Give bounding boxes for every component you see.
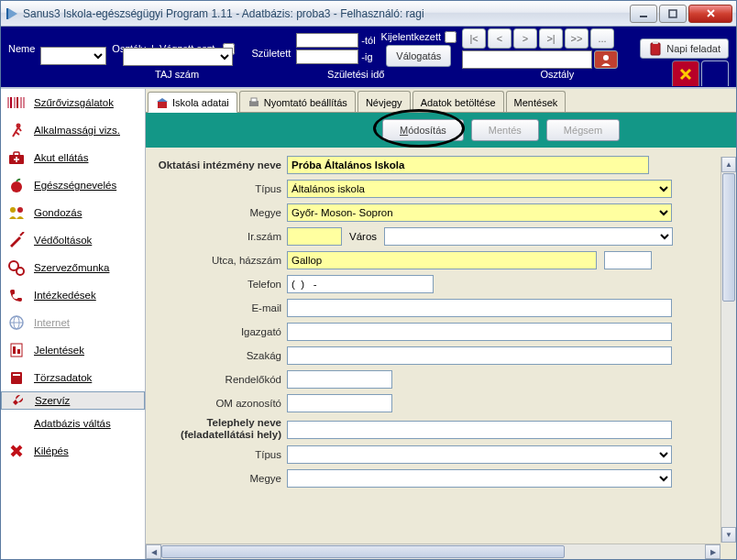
exit-icon	[6, 443, 27, 459]
user-icon-button[interactable]	[594, 50, 618, 69]
sidebar: Szűrővizsgálatok Alkalmassági vizs. Akut…	[1, 89, 146, 559]
osztaly-select[interactable]	[123, 48, 233, 66]
omaz-input[interactable]	[287, 394, 392, 412]
utca-label: Utca, házszám	[149, 255, 287, 266]
blank-tab-button[interactable]	[701, 60, 729, 86]
body-area: Szűrővizsgálatok Alkalmassági vizs. Akut…	[1, 87, 736, 559]
mentes-button[interactable]: Mentés	[471, 119, 539, 141]
rendkod-input[interactable]	[287, 370, 392, 389]
sidebar-item-gondozas[interactable]: Gondozás	[1, 199, 145, 226]
sidebar-item-alkalmassagi[interactable]: Alkalmassági vizs.	[1, 116, 145, 144]
szuletett-label: Született	[251, 48, 291, 59]
hscroll-thumb[interactable]	[161, 545, 565, 558]
sidebar-label: Intézkedések	[34, 290, 96, 301]
sidebar-item-torzsadatok[interactable]: Törzsadatok	[1, 364, 145, 391]
gears-icon	[6, 259, 27, 276]
nav-next-button[interactable]: >	[513, 28, 537, 49]
minimize-button[interactable]	[630, 5, 657, 23]
utca-input[interactable]	[287, 251, 597, 269]
date-to-input[interactable]	[296, 49, 358, 64]
daily-task-button[interactable]: Napi feladat	[640, 38, 729, 59]
scroll-left-arrow[interactable]: ◀	[146, 544, 161, 559]
szulido-label: Születési idő	[327, 69, 384, 85]
tipus-select[interactable]: Általános iskola	[287, 180, 672, 198]
wrench-icon	[7, 392, 28, 409]
neme-label: Neme	[8, 43, 35, 54]
sidebar-item-szerviz[interactable]: Szervíz	[1, 391, 145, 410]
telefon-input[interactable]	[287, 275, 434, 293]
sidebar-label: Törzsadatok	[34, 372, 92, 383]
nav-first-button[interactable]: |<	[462, 28, 486, 49]
scroll-up-arrow[interactable]: ▲	[721, 157, 736, 172]
modositas-button[interactable]: Módosítás	[382, 119, 464, 141]
telefon-label: Telefon	[149, 279, 287, 290]
tab-iskola-adatai[interactable]: Iskola adatai	[148, 92, 237, 113]
megye-select[interactable]: Győr- Moson- Sopron	[287, 203, 672, 222]
tab-mentesek[interactable]: Mentések	[506, 91, 566, 112]
svg-rect-25	[13, 346, 16, 354]
kijelentkezett-checkbox[interactable]	[445, 31, 456, 43]
megsem-button[interactable]: Mégsem	[546, 119, 620, 141]
vscroll-thumb[interactable]	[722, 173, 735, 302]
sidebar-label: Egészségnevelés	[34, 180, 116, 191]
tools-button[interactable]	[672, 60, 699, 86]
tipus2-label: Típus	[149, 449, 287, 460]
nav-more-button[interactable]: ...	[590, 28, 614, 49]
tipus-label: Típus	[149, 183, 287, 194]
email-input[interactable]	[287, 299, 672, 317]
igazgato-input[interactable]	[287, 323, 672, 341]
sidebar-label: Védőoltások	[34, 235, 92, 246]
nav-ffwd-button[interactable]: >>	[565, 28, 588, 49]
tipus2-select[interactable]	[287, 445, 672, 464]
okt-input[interactable]	[287, 156, 649, 174]
scroll-down-arrow[interactable]: ▼	[721, 527, 736, 543]
neme-select[interactable]	[40, 47, 106, 65]
maximize-button[interactable]	[659, 5, 687, 23]
szakag-input[interactable]	[287, 346, 672, 365]
tab-nevjegy[interactable]: Névjegy	[358, 91, 411, 112]
window-title: Sanus3 Iskola-egészségügyi Program 1.11 …	[23, 7, 628, 20]
nav-last-button[interactable]: >|	[539, 28, 563, 49]
nav-text-input[interactable]	[462, 50, 592, 69]
titlebar: Sanus3 Iskola-egészségügyi Program 1.11 …	[1, 1, 736, 27]
syringe-icon	[6, 232, 27, 248]
telephely-input[interactable]	[287, 421, 672, 439]
sidebar-item-jelentesek[interactable]: Jelentések	[1, 336, 145, 364]
sidebar-item-egeszseg[interactable]: Egészségnevelés	[1, 171, 145, 199]
tab-label: Névjegy	[366, 97, 402, 108]
close-button[interactable]	[688, 5, 732, 23]
tab-nyomtato[interactable]: Nyomtató beállítás	[239, 91, 356, 112]
vertical-scrollbar[interactable]: ▲ ▼	[720, 157, 736, 543]
svg-rect-28	[13, 374, 20, 376]
sidebar-item-kilepes[interactable]: Kilépés	[1, 437, 145, 465]
sidebar-item-akut[interactable]: Akut ellátás	[1, 144, 145, 171]
sidebar-label: Adatbázis váltás	[34, 418, 111, 429]
varos-select[interactable]	[384, 227, 673, 246]
megye2-label: Megye	[149, 473, 287, 484]
briefcase-icon	[6, 149, 27, 166]
sidebar-item-vedooltasok[interactable]: Védőoltások	[1, 226, 145, 254]
svg-point-20	[16, 268, 24, 275]
hscroll-track[interactable]	[161, 544, 705, 559]
irszam-input[interactable]	[287, 227, 342, 246]
sidebar-item-adatbazis-valtas[interactable]: Adatbázis váltás	[1, 410, 145, 437]
sidebar-label: Gondozás	[34, 207, 82, 218]
action-bar: Módosítás Mentés Mégsem	[146, 113, 736, 148]
svg-rect-14	[14, 152, 19, 156]
kijelentkezett-label: Kijelentkezett	[381, 31, 441, 42]
valogatas-button[interactable]: Válogatás	[386, 45, 451, 67]
tab-adatok-betoltese[interactable]: Adatok betöltése	[412, 91, 504, 112]
sidebar-item-intezkedesek[interactable]: Intézkedések	[1, 281, 145, 309]
sidebar-item-szervezomunka[interactable]: Szervezőmunka	[1, 254, 145, 281]
scroll-right-arrow[interactable]: ▶	[705, 544, 720, 559]
sidebar-item-szurovizsgalatok[interactable]: Szűrővizsgálatok	[1, 89, 145, 116]
taj-label: TAJ szám	[155, 69, 199, 85]
nav-prev-button[interactable]: <	[488, 28, 512, 49]
date-from-input[interactable]	[296, 33, 358, 48]
blank-icon	[6, 415, 27, 432]
hazszam-input[interactable]	[604, 251, 652, 269]
svg-rect-2	[669, 10, 676, 17]
horizontal-scrollbar[interactable]: ◀ ▶	[146, 544, 720, 559]
globe-icon	[6, 314, 27, 331]
megye2-select[interactable]	[287, 469, 672, 488]
